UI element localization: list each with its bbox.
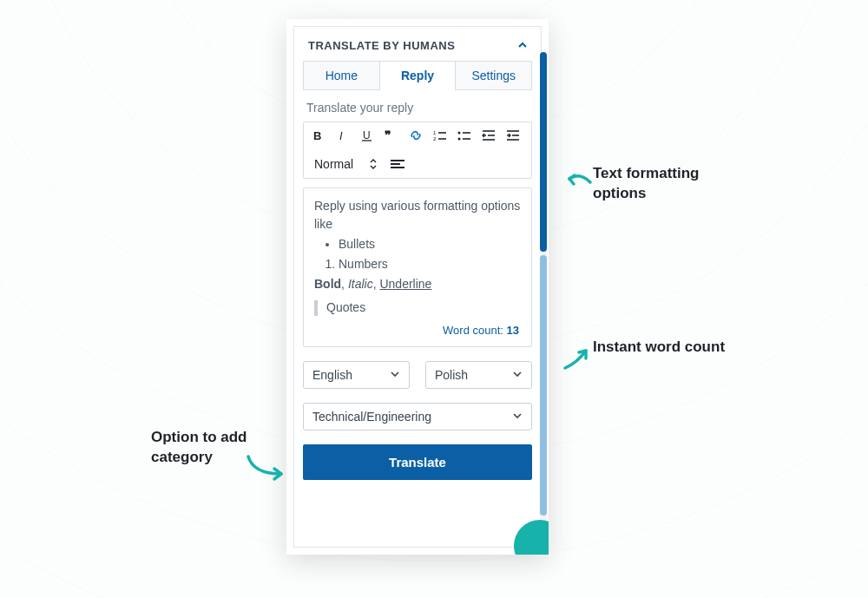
editor-area[interactable]: Reply using various formatting options l… xyxy=(303,187,532,347)
editor-sep1: , xyxy=(341,277,348,291)
editor-quote-line: Quotes xyxy=(314,299,521,317)
corner-decor xyxy=(512,518,549,555)
align-icon[interactable] xyxy=(390,158,405,170)
svg-point-10 xyxy=(458,138,461,141)
translate-button[interactable]: Translate xyxy=(303,444,532,480)
chevron-down-icon xyxy=(390,368,400,382)
italic-icon[interactable]: I xyxy=(335,128,351,143)
collapse-caret[interactable] xyxy=(518,40,527,52)
editor-underline: Underline xyxy=(379,277,431,291)
editor-bullet: Bullets xyxy=(339,235,521,253)
tab-home-label: Home xyxy=(326,69,358,82)
category-row: Technical/Engineering xyxy=(303,403,532,430)
arrow-icon xyxy=(564,167,594,191)
quote-bar-icon xyxy=(314,300,318,316)
ordered-list-icon[interactable]: 12 xyxy=(432,128,448,143)
underline-icon[interactable]: U xyxy=(359,128,375,143)
arrow-icon xyxy=(562,345,593,371)
heading-select-label: Normal xyxy=(314,157,353,171)
svg-text:2: 2 xyxy=(433,136,437,141)
svg-text:❞: ❞ xyxy=(385,129,391,141)
tabs: Home Reply Settings xyxy=(303,61,532,90)
tab-settings-label: Settings xyxy=(471,69,516,82)
editor-italic: Italic xyxy=(348,277,373,291)
editor-number: Numbers xyxy=(339,255,521,273)
link-icon[interactable] xyxy=(408,128,424,143)
editor-quotes: Quotes xyxy=(326,299,365,317)
editor-intro: Reply using various formatting options l… xyxy=(314,197,521,233)
chevron-down-icon xyxy=(512,368,523,382)
arrow-icon xyxy=(245,453,286,483)
svg-text:U: U xyxy=(363,129,371,141)
bold-icon[interactable]: B xyxy=(311,128,326,143)
target-language-select[interactable]: Polish xyxy=(425,361,532,389)
heading-select[interactable]: Normal xyxy=(311,155,381,173)
editor-styles-line: Bold, Italic, Underline xyxy=(314,275,521,293)
unordered-list-icon[interactable] xyxy=(457,128,472,143)
callout-formatting: Text formatting options xyxy=(593,164,749,204)
source-language-select[interactable]: English xyxy=(303,361,410,389)
svg-text:B: B xyxy=(313,129,321,141)
svg-point-9 xyxy=(458,132,461,135)
indent-icon[interactable] xyxy=(505,128,521,143)
target-language-label: Polish xyxy=(435,368,468,382)
quote-icon[interactable]: ❞ xyxy=(384,128,399,143)
language-row: English Polish xyxy=(303,361,532,389)
word-count: Word count: 13 xyxy=(314,317,521,341)
translate-button-label: Translate xyxy=(389,455,446,470)
scrollbar-thumb[interactable] xyxy=(540,52,547,252)
subtitle: Translate your reply xyxy=(294,90,541,122)
callout-wordcount: Instant word count xyxy=(593,338,732,358)
panel-header: TRANSLATE BY HUMANS xyxy=(294,27,541,61)
svg-text:I: I xyxy=(339,129,343,141)
tab-reply-label: Reply xyxy=(401,69,434,82)
tab-reply[interactable]: Reply xyxy=(380,61,457,89)
panel-inner: TRANSLATE BY HUMANS Home Reply Settings … xyxy=(293,26,542,548)
formatting-toolbar: B I U ❞ 12 Normal xyxy=(303,122,532,179)
sort-icon xyxy=(369,158,378,170)
chevron-down-icon xyxy=(512,410,523,424)
category-select[interactable]: Technical/Engineering xyxy=(303,403,532,430)
editor-bold: Bold xyxy=(314,277,341,291)
word-count-value: 13 xyxy=(507,324,519,337)
tab-home[interactable]: Home xyxy=(303,61,380,89)
word-count-label: Word count: xyxy=(443,324,506,337)
svg-text:1: 1 xyxy=(433,130,437,135)
outdent-icon[interactable] xyxy=(481,128,496,143)
panel-title: TRANSLATE BY HUMANS xyxy=(308,39,455,52)
scrollbar-thumb-secondary[interactable] xyxy=(540,255,547,516)
source-language-label: English xyxy=(312,368,352,382)
translate-panel: TRANSLATE BY HUMANS Home Reply Settings … xyxy=(286,19,549,555)
category-label: Technical/Engineering xyxy=(312,410,431,424)
tab-settings[interactable]: Settings xyxy=(456,61,532,89)
